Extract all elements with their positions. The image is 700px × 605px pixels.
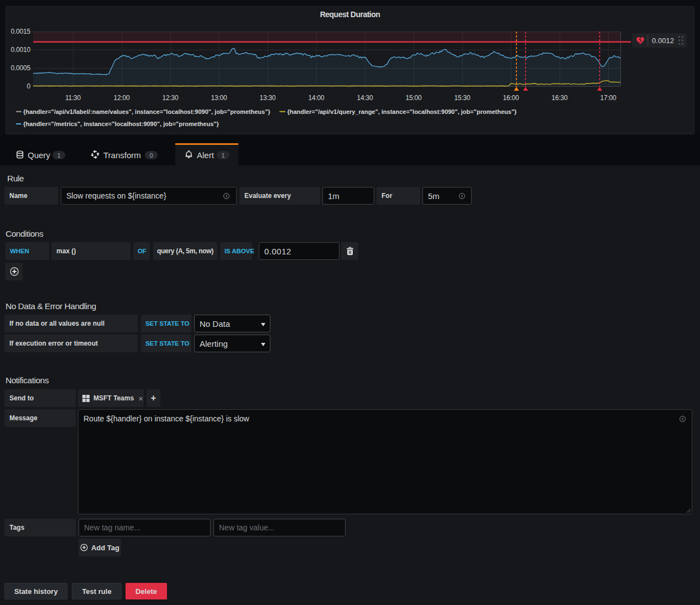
svg-text:16:00: 16:00: [503, 94, 519, 102]
svg-text:13:00: 13:00: [211, 94, 227, 102]
svg-text:{handler="/metrics", instance=: {handler="/metrics", instance="localhost…: [23, 121, 219, 127]
svg-text:0.0005: 0.0005: [11, 64, 30, 72]
svg-text:17:00: 17:00: [600, 94, 617, 102]
svg-text:11:30: 11:30: [65, 94, 81, 102]
svg-text:0.0015: 0.0015: [11, 28, 30, 35]
svg-text:0.0010: 0.0010: [11, 46, 30, 54]
svg-text:0: 0: [27, 82, 31, 90]
svg-text:16:30: 16:30: [551, 94, 568, 102]
svg-text:12:00: 12:00: [113, 94, 130, 102]
svg-text:15:00: 15:00: [405, 94, 422, 102]
svg-text:15:30: 15:30: [454, 94, 471, 102]
svg-text:12:30: 12:30: [162, 94, 179, 102]
svg-text:14:30: 14:30: [357, 94, 373, 102]
svg-text:14:00: 14:00: [308, 94, 325, 102]
svg-text:Request Duration: Request Duration: [320, 10, 380, 19]
svg-text:0.0012: 0.0012: [652, 36, 674, 45]
svg-text:13:30: 13:30: [259, 94, 276, 102]
svg-text:{handler="/api/v1/query_range": {handler="/api/v1/query_range", instance…: [288, 108, 518, 115]
svg-text:{handler="/api/v1/label/:name/: {handler="/api/v1/label/:name/values", i…: [23, 108, 270, 115]
